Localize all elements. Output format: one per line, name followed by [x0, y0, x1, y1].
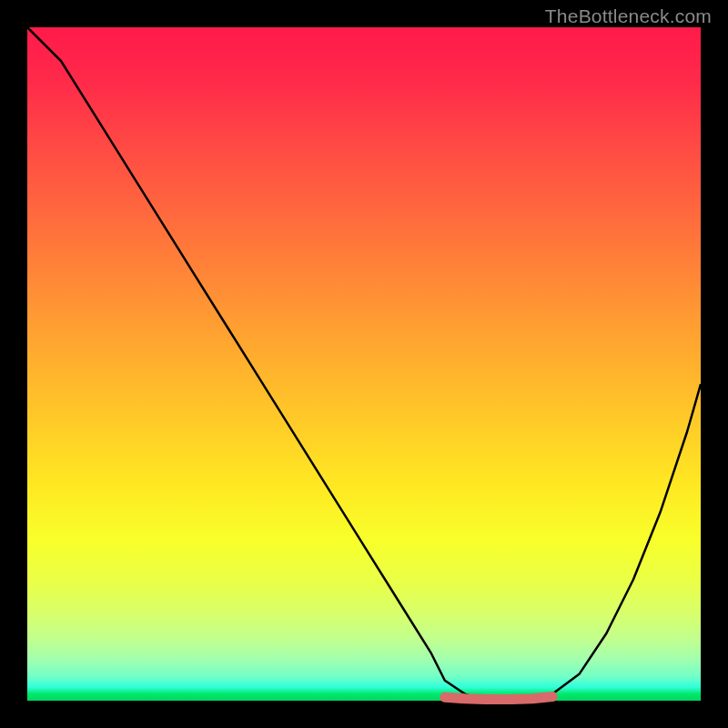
- plot-area: [27, 27, 701, 701]
- chart-container: TheBottleneck.com: [0, 0, 728, 728]
- chart-svg: [27, 27, 701, 701]
- series-group: [27, 27, 701, 701]
- series-bottleneck-curve: [27, 27, 701, 701]
- watermark-text: TheBottleneck.com: [545, 5, 712, 27]
- series-optimal-marker: [445, 697, 552, 700]
